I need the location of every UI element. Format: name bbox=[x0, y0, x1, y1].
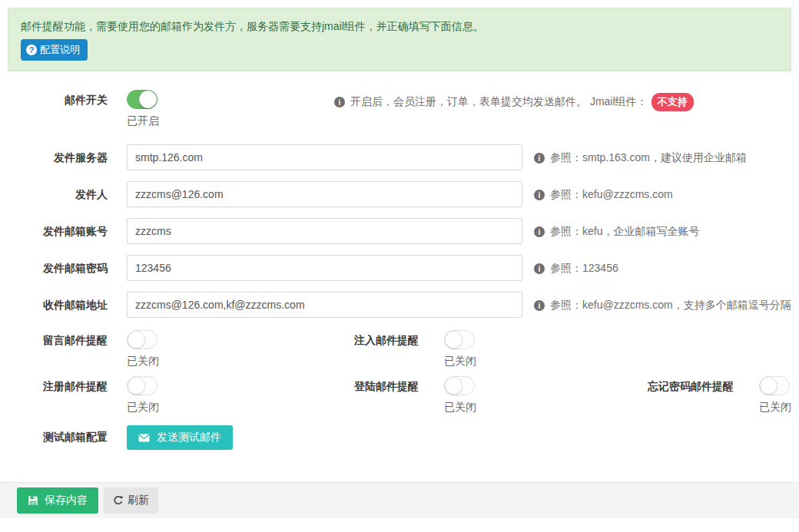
info-icon: i bbox=[534, 153, 545, 164]
email-account-hint-text: 参照：kefu，企业邮箱写全账号 bbox=[550, 225, 699, 239]
message-mail-control: 已关闭 bbox=[127, 330, 157, 368]
register-mail-control: 已关闭 bbox=[127, 376, 157, 415]
info-icon: i bbox=[534, 300, 545, 311]
login-mail-toggle[interactable] bbox=[444, 376, 475, 395]
recipient-address-hint: i 参照：kefu@zzzcms.com，支持多个邮箱逗号分隔 bbox=[534, 292, 791, 312]
mail-switch-control: 已开启 bbox=[127, 90, 157, 128]
register-mail-toggle[interactable] bbox=[127, 376, 157, 395]
email-account-hint: i 参照：kefu，企业邮箱写全账号 bbox=[534, 218, 699, 239]
inject-mail-control: 已关闭 bbox=[444, 330, 475, 368]
save-icon bbox=[28, 495, 38, 506]
smtp-server-label: 发件服务器 bbox=[0, 144, 108, 165]
message-mail-toggle[interactable] bbox=[127, 330, 157, 349]
sender-hint: i 参照：kefu@zzzcms.com bbox=[534, 181, 673, 202]
sender-label: 发件人 bbox=[0, 181, 108, 202]
send-test-mail-label: 发送测试邮件 bbox=[157, 431, 221, 444]
recipient-address-hint-text: 参照：kefu@zzzcms.com，支持多个邮箱逗号分隔 bbox=[550, 299, 791, 312]
toggle-knob bbox=[128, 331, 145, 349]
login-mail-state: 已关闭 bbox=[444, 401, 475, 415]
alert-text: 邮件提醒功能，需要使用您的邮箱作为发件方，服务器需要支持jmail组件，并正确填… bbox=[21, 18, 778, 34]
email-settings-form: 邮件开关 已开启 i 开启后，会员注册，订单，表单提交均发送邮件。 Jmail组… bbox=[0, 71, 799, 450]
save-button[interactable]: 保存内容 bbox=[17, 487, 98, 514]
toggle-row-message-inject: 留言邮件提醒 已关闭 注入邮件提醒 已关闭 bbox=[0, 330, 799, 369]
field-row-recipient-address: 收件邮箱地址 i 参照：kefu@zzzcms.com，支持多个邮箱逗号分隔 bbox=[0, 292, 799, 318]
inject-mail-state: 已关闭 bbox=[444, 355, 475, 368]
smtp-server-hint-text: 参照：smtp.163.com，建议使用企业邮箱 bbox=[550, 151, 747, 165]
test-mail-label: 测试邮箱配置 bbox=[0, 425, 108, 444]
field-row-smtp-server: 发件服务器 i 参照：smtp.163.com，建议使用企业邮箱 bbox=[0, 144, 799, 170]
refresh-icon bbox=[113, 495, 124, 506]
forgot-password-mail-state: 已关闭 bbox=[759, 401, 790, 415]
email-settings-page: 邮件提醒功能，需要使用您的邮箱作为发件方，服务器需要支持jmail组件，并正确填… bbox=[0, 8, 799, 450]
config-help-label: 配置说明 bbox=[40, 43, 80, 57]
info-icon: i bbox=[334, 97, 345, 107]
mail-switch-hint-text: 开启后，会员注册，订单，表单提交均发送邮件。 Jmail组件： bbox=[350, 95, 648, 109]
email-account-label: 发件邮箱账号 bbox=[0, 218, 108, 239]
toggle-knob bbox=[445, 331, 462, 349]
email-account-input[interactable] bbox=[127, 218, 522, 244]
message-mail-label: 留言邮件提醒 bbox=[0, 330, 108, 348]
forgot-password-mail-control: 已关闭 bbox=[759, 376, 790, 415]
inject-mail-label: 注入邮件提醒 bbox=[157, 330, 419, 348]
footer-action-bar: 保存内容 刷新 bbox=[0, 482, 799, 518]
recipient-address-label: 收件邮箱地址 bbox=[0, 292, 108, 312]
info-icon: i bbox=[534, 190, 545, 200]
field-row-sender: 发件人 i 参照：kefu@zzzcms.com bbox=[0, 181, 799, 207]
field-row-email-account: 发件邮箱账号 i 参照：kefu，企业邮箱写全账号 bbox=[0, 218, 799, 244]
refresh-button[interactable]: 刷新 bbox=[104, 487, 158, 514]
forgot-password-mail-label: 忘记密码邮件提醒 bbox=[475, 376, 734, 394]
info-icon: i bbox=[534, 226, 545, 237]
config-help-button[interactable]: ? 配置说明 bbox=[21, 39, 88, 61]
mail-switch-label: 邮件开关 bbox=[0, 90, 108, 107]
toggle-knob bbox=[128, 377, 145, 395]
recipient-address-input[interactable] bbox=[127, 292, 522, 318]
refresh-button-label: 刷新 bbox=[128, 494, 149, 507]
toggle-row-register-login-forgot: 注册邮件提醒 已关闭 登陆邮件提醒 已关闭 忘记密码邮件提醒 已关闭 bbox=[0, 376, 799, 415]
smtp-server-hint: i 参照：smtp.163.com，建议使用企业邮箱 bbox=[534, 144, 747, 165]
toggle-knob bbox=[760, 377, 777, 395]
register-mail-label: 注册邮件提醒 bbox=[0, 376, 108, 394]
forgot-password-mail-toggle[interactable] bbox=[759, 376, 790, 395]
toggle-knob bbox=[139, 91, 157, 108]
sender-hint-text: 参照：kefu@zzzcms.com bbox=[550, 188, 673, 202]
question-circle-icon: ? bbox=[26, 45, 37, 55]
alert-banner: 邮件提醒功能，需要使用您的邮箱作为发件方，服务器需要支持jmail组件，并正确填… bbox=[8, 8, 791, 71]
message-mail-state: 已关闭 bbox=[127, 355, 157, 368]
login-mail-control: 已关闭 bbox=[444, 376, 475, 415]
info-icon: i bbox=[534, 263, 545, 274]
sender-input[interactable] bbox=[127, 181, 522, 207]
jmail-unsupported-badge: 不支持 bbox=[651, 93, 694, 111]
inject-mail-toggle[interactable] bbox=[444, 330, 475, 349]
mail-switch-state: 已开启 bbox=[127, 114, 157, 128]
login-mail-label: 登陆邮件提醒 bbox=[157, 376, 419, 394]
register-mail-state: 已关闭 bbox=[127, 401, 157, 415]
envelope-icon bbox=[138, 434, 150, 442]
mail-switch-row: 邮件开关 已开启 i 开启后，会员注册，订单，表单提交均发送邮件。 Jmail组… bbox=[0, 90, 799, 129]
save-button-label: 保存内容 bbox=[45, 494, 88, 507]
send-test-mail-button[interactable]: 发送测试邮件 bbox=[127, 425, 233, 450]
email-password-input[interactable] bbox=[127, 255, 522, 281]
email-password-label: 发件邮箱密码 bbox=[0, 255, 108, 276]
toggle-knob bbox=[445, 377, 462, 395]
mail-switch-hint: i 开启后，会员注册，订单，表单提交均发送邮件。 Jmail组件： 不支持 bbox=[334, 93, 694, 111]
field-row-email-password: 发件邮箱密码 i 参照：123456 bbox=[0, 255, 799, 281]
mail-switch-toggle[interactable] bbox=[127, 90, 157, 109]
smtp-server-input[interactable] bbox=[127, 144, 522, 170]
test-mail-row: 测试邮箱配置 发送测试邮件 bbox=[0, 425, 799, 450]
email-password-hint: i 参照：123456 bbox=[534, 255, 618, 276]
email-password-hint-text: 参照：123456 bbox=[550, 262, 618, 276]
